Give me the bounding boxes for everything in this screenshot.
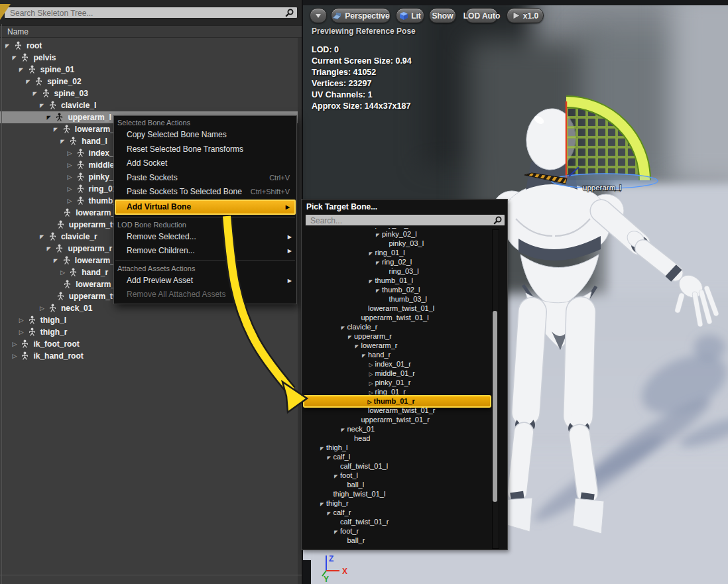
target-bone-label: pinky_03_l [389,239,424,247]
target-bone-upperarm_twist_01_l[interactable]: upperarm_twist_01_l [304,313,487,322]
tree-row-thigh_l[interactable]: ▷thigh_l [0,314,302,326]
play-icon [512,11,520,20]
tree-row-label: pelvis [33,53,56,62]
expander-expanded-icon[interactable]: ◤ [26,79,34,85]
tree-row-spine_01[interactable]: ◤spine_01 [0,64,302,76]
expander-collapsed-icon[interactable]: ▷ [68,162,76,168]
toolbar-button-show[interactable]: Show [429,8,456,23]
popup-scrollbar-thumb[interactable] [493,311,497,502]
target-bone-thigh_twist_01_l[interactable]: thigh_twist_01_l [304,489,487,498]
expander-collapsed-icon[interactable]: ▷ [40,305,48,312]
expander-expanded-icon[interactable]: ◤ [33,91,42,97]
menu-item-paste-sockets-to-selected-bone[interactable]: Paste Sockets To Selected BoneCtrl+Shift… [114,185,296,200]
expander-collapsed-icon[interactable]: ▷ [19,317,28,323]
tree-row-spine_03[interactable]: ◤spine_03 [0,88,302,99]
target-bone-lowerarm_twist_01_l[interactable]: lowerarm_twist_01_l [304,304,487,313]
target-bone-pinky_02_l[interactable]: ◤pinky_02_l [304,229,487,239]
target-bone-thigh_r[interactable]: ◤thigh_r [304,498,487,508]
target-bone-calf_r[interactable]: ◤calf_r [304,508,487,517]
target-bone-lowerarm_r[interactable]: ◤lowerarm_r [304,341,487,350]
target-bone-index_01_r[interactable]: ▷index_01_r [304,359,487,369]
target-bone-thigh_l[interactable]: ◤thigh_l [304,443,487,452]
menu-item-remove-children[interactable]: Remove Children...▶ [114,244,296,259]
menu-item-remove-selected[interactable]: Remove Selected...▶ [114,230,296,245]
menu-item-add-socket[interactable]: Add Socket [114,156,296,171]
menu-item-add-virtual-bone[interactable]: Add Virtual Bone▶ [115,200,296,215]
target-bone-neck_01[interactable]: ◤neck_01 [304,424,487,434]
expander-expanded-icon[interactable]: ◤ [40,103,48,109]
target-bone-foot_r[interactable]: ◤foot_r [304,526,487,536]
target-bone-head[interactable]: head [304,434,487,443]
expander-expanded-icon[interactable]: ◤ [5,43,14,49]
tree-row-pelvis[interactable]: ◤pelvis [0,52,302,64]
expander-collapsed-icon[interactable]: ▷ [68,150,76,156]
menu-item-add-preview-asset[interactable]: Add Preview Asset▶ [114,274,296,288]
tree-row-neck_01[interactable]: ▷neck_01 [0,302,302,314]
target-bone-ring_01_l[interactable]: ◤ring_01_l [304,248,487,257]
skeleton-search-input[interactable] [9,7,276,19]
tree-row-ik_hand_root[interactable]: ▷ik_hand_root [0,350,302,362]
expander-expanded-icon[interactable]: ◤ [12,55,21,61]
submenu-arrow-icon: ▶ [288,274,292,288]
expander-expanded-icon[interactable]: ◤ [40,234,48,240]
expander-expanded-icon[interactable]: ◤ [60,139,69,145]
expander-expanded-icon[interactable]: ◤ [54,127,62,133]
target-bone-calf_l[interactable]: ◤calf_l [304,452,487,461]
expander-expanded-icon[interactable]: ◤ [19,67,28,73]
target-bone-label: thumb_01_r [374,397,415,405]
target-bone-upperarm_twist_01_r[interactable]: upperarm_twist_01_r [304,415,487,424]
expander-collapsed-icon[interactable]: ▷ [68,174,76,180]
toolbar-button-label: x1.0 [523,11,538,21]
expander-collapsed-icon[interactable]: ▷ [60,269,69,276]
expander-expanded-icon[interactable]: ◤ [46,246,55,252]
expander-collapsed-icon[interactable]: ▷ [12,341,21,347]
menu-item-reset-selected-bone-transforms[interactable]: Reset Selected Bone Transforms [114,143,296,157]
tree-row-spine_02[interactable]: ◤spine_02 [0,76,302,88]
target-bone-middle_01_r[interactable]: ▷middle_01_r [304,369,487,378]
target-bone-hand_r[interactable]: ◤hand_r [304,350,487,359]
target-bone-foot_l[interactable]: ◤foot_l [304,471,487,480]
popup-search-input[interactable] [309,215,484,226]
target-bone-label: pinky_01_l [375,228,410,229]
tree-column-header[interactable]: Name [0,25,302,38]
tree-row-clavicle_l[interactable]: ◤clavicle_l [0,99,302,111]
menu-item-copy-selected-bone-names[interactable]: Copy Selected Bone Names [114,128,296,143]
unreal-skeleton-editor: upperarm_l PerspectiveLitShowLOD Autox1.… [0,0,728,584]
tree-row-thigh_r[interactable]: ▷thigh_r [0,326,302,338]
expander-collapsed-icon[interactable]: ▷ [19,329,28,335]
panel-bottom-border [0,575,302,575]
target-bone-pinky_01_r[interactable]: ▷pinky_01_r [304,378,487,387]
expander-collapsed-icon[interactable]: ▷ [68,198,76,204]
menu-item-paste-sockets[interactable]: Paste SocketsCtrl+V [114,171,296,186]
toolbar-button-caret-down[interactable] [310,8,327,23]
target-bone-ring_03_l[interactable]: ring_03_l [304,266,487,276]
target-bone-thumb_03_l[interactable]: thumb_03_l [304,294,487,304]
expander-collapsed-icon[interactable]: ▷ [68,186,76,192]
viewport-stat: Current Screen Size: 0.94 [312,56,412,67]
toolbar-button-lod-auto[interactable]: LOD Auto [465,8,498,23]
popup-search-box[interactable] [305,214,505,226]
expander-collapsed-icon[interactable]: ▷ [12,353,21,359]
target-bone-ball_l[interactable]: ball_l [304,480,487,489]
toolbar-button-x1.0[interactable]: x1.0 [507,8,544,23]
target-bone-thumb_01_l[interactable]: ◤thumb_01_l [304,276,487,285]
target-bone-thumb_02_l[interactable]: ◤thumb_02_l [304,285,487,294]
toolbar-button-perspective[interactable]: Perspective [331,8,391,23]
bone-icon [63,280,74,289]
expander-expanded-icon[interactable]: ◤ [46,115,55,121]
skeleton-search-box[interactable] [4,7,298,19]
target-bone-calf_twist_01_r[interactable]: calf_twist_01_r [304,517,487,526]
tree-row-label: thigh_r [40,327,68,337]
target-bone-ring_02_l[interactable]: ◤ring_02_l [304,257,487,266]
target-bone-pinky_03_l[interactable]: pinky_03_l [304,239,487,248]
target-bone-lowerarm_twist_01_r[interactable]: lowerarm_twist_01_r [304,406,487,415]
target-bone-upperarm_r[interactable]: ◤upperarm_r [304,331,487,341]
tree-row-root[interactable]: ◤root [0,40,302,52]
toolbar-button-lit[interactable]: Lit [396,8,424,23]
expander-expanded-icon[interactable]: ◤ [54,258,62,264]
popup-scrollbar-track[interactable] [492,229,499,549]
target-bone-calf_twist_01_l[interactable]: calf_twist_01_l [304,461,487,471]
tree-row-ik_foot_root[interactable]: ▷ik_foot_root [0,338,302,350]
target-bone-ball_r[interactable]: ball_r [304,536,487,545]
target-bone-clavicle_r[interactable]: ◤clavicle_r [304,322,487,331]
